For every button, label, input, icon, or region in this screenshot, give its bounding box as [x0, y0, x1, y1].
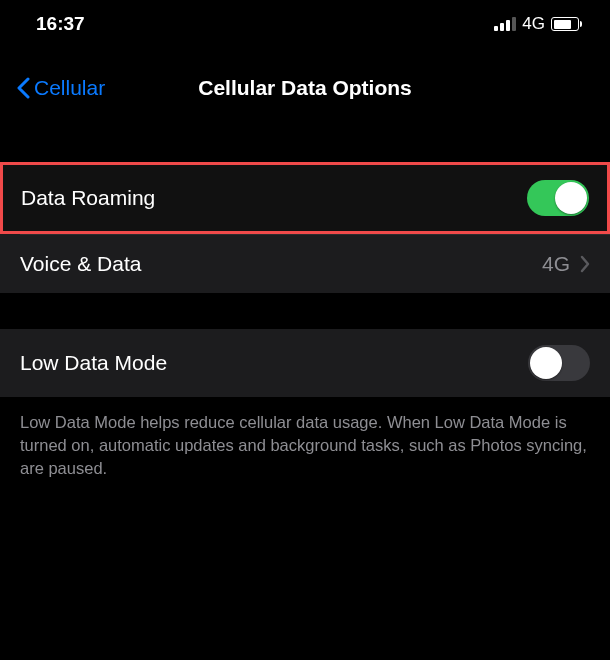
back-button[interactable]: Cellular: [16, 76, 105, 100]
low-data-mode-label: Low Data Mode: [20, 351, 167, 375]
status-time: 16:37: [36, 13, 85, 35]
signal-icon: [494, 17, 516, 31]
voice-data-label: Voice & Data: [20, 252, 141, 276]
network-type-label: 4G: [522, 14, 545, 34]
settings-group-1: Data Roaming Voice & Data 4G: [0, 162, 610, 293]
low-data-mode-row[interactable]: Low Data Mode: [0, 329, 610, 397]
back-label: Cellular: [34, 76, 105, 100]
settings-group-2: Low Data Mode: [0, 329, 610, 397]
data-roaming-toggle[interactable]: [527, 180, 589, 216]
low-data-mode-toggle[interactable]: [528, 345, 590, 381]
battery-icon: [551, 17, 582, 31]
data-roaming-label: Data Roaming: [21, 186, 155, 210]
status-right: 4G: [494, 14, 582, 34]
page-title: Cellular Data Options: [198, 76, 412, 100]
chevron-left-icon: [16, 77, 30, 99]
chevron-right-icon: [580, 255, 590, 273]
low-data-mode-description: Low Data Mode helps reduce cellular data…: [0, 397, 610, 480]
voice-data-value: 4G: [542, 252, 570, 276]
voice-data-row[interactable]: Voice & Data 4G: [0, 235, 610, 293]
status-bar: 16:37 4G: [0, 0, 610, 48]
nav-bar: Cellular Cellular Data Options: [0, 48, 610, 122]
data-roaming-row[interactable]: Data Roaming: [0, 162, 610, 234]
